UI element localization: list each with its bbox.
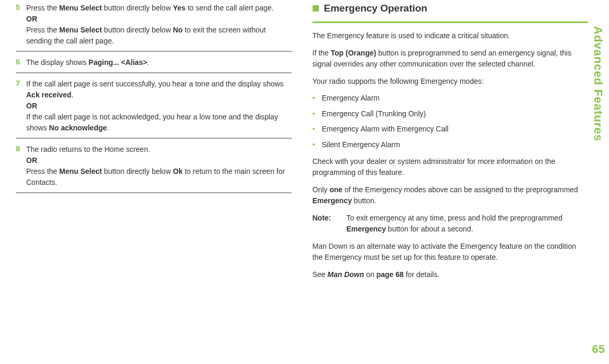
text: Press the <box>26 4 59 12</box>
bullet-dot-icon: • <box>313 93 322 104</box>
section-header: Emergency Operation <box>313 3 589 14</box>
text: See <box>313 270 328 279</box>
text: Press the <box>26 26 59 34</box>
bold-text: Menu Select <box>59 167 102 175</box>
text: for details. <box>404 270 439 279</box>
bullet-text: Emergency Call (Trunking Only) <box>322 109 426 119</box>
text: button for about a second. <box>386 225 473 233</box>
bullet-item: • Emergency Alarm with Emergency Call <box>313 124 589 135</box>
bullet-dot-icon: • <box>313 109 322 119</box>
step-text: If the call alert page is sent successfu… <box>26 79 292 134</box>
text: button directly below <box>102 26 173 34</box>
text: of the Emergency modes above can be assi… <box>342 185 578 194</box>
step-number: 8 <box>16 144 26 188</box>
paragraph: See Man Down on page 68 for details. <box>313 269 589 280</box>
right-column: Emergency Operation The Emergency featur… <box>313 3 589 286</box>
text: button. <box>352 196 377 205</box>
step-6: 6 The display shows Paging... <Alias>. <box>16 57 292 73</box>
text: . <box>147 58 149 67</box>
note-block: Note: To exit emergency at any time, pre… <box>313 213 589 235</box>
text: If the call alert page is sent successfu… <box>26 80 284 88</box>
step-text: Press the Menu Select button directly be… <box>26 3 292 47</box>
or-text: OR <box>26 15 37 23</box>
bold-text: Top (Orange) <box>331 49 377 57</box>
display-text: Paging... <Alias> <box>88 58 147 67</box>
display-text: Ack received <box>26 91 71 99</box>
or-text: OR <box>26 102 37 110</box>
bold-text: Emergency <box>313 196 352 205</box>
text: on <box>364 270 376 279</box>
display-text: No acknowledge <box>49 124 107 132</box>
bold-text: one <box>329 185 342 194</box>
step-7: 7 If the call alert page is sent success… <box>16 79 292 139</box>
bullet-dot-icon: • <box>313 124 322 135</box>
step-8: 8 The radio returns to the Home screen. … <box>16 144 292 193</box>
bold-italic-text: Man Down <box>327 270 364 279</box>
note-text: To exit emergency at any time, press and… <box>347 213 589 235</box>
text: Only <box>313 185 330 194</box>
text: . <box>107 124 109 132</box>
side-label: Advanced Features <box>591 26 605 141</box>
display-text: Ok <box>173 167 183 175</box>
bullet-item: • Emergency Call (Trunking Only) <box>313 109 589 119</box>
or-text: OR <box>26 156 37 164</box>
bold-text: Menu Select <box>59 4 102 12</box>
text: To exit emergency at any time, press and… <box>347 214 562 222</box>
text: If the <box>313 49 331 57</box>
paragraph: If the Top (Orange) button is preprogram… <box>313 48 589 70</box>
display-text: No <box>173 26 183 34</box>
text: . <box>71 91 73 99</box>
text: The radio returns to the Home screen. <box>26 145 150 153</box>
page-number: 65 <box>592 343 605 356</box>
bullet-text: Emergency Alarm <box>322 93 380 104</box>
bold-text: Menu Select <box>59 26 102 34</box>
paragraph: Man Down is an alternate way to activate… <box>313 241 589 263</box>
paragraph: Your radio supports the following Emerge… <box>313 76 589 87</box>
text: to send the call alert page. <box>185 4 273 12</box>
note-label: Note: <box>313 213 347 235</box>
bullet-item: • Emergency Alarm <box>313 93 589 104</box>
section-square-icon <box>313 5 319 12</box>
text: button directly below <box>102 167 173 175</box>
display-text: Yes <box>173 4 185 12</box>
section-title: Emergency Operation <box>324 3 427 14</box>
step-number: 6 <box>16 57 26 68</box>
bullet-dot-icon: • <box>313 140 322 150</box>
step-number: 7 <box>16 79 26 134</box>
step-number: 5 <box>16 3 26 47</box>
section-divider <box>313 21 589 23</box>
bullet-item: • Silent Emergency Alarm <box>313 140 589 150</box>
bold-text: Emergency <box>347 225 386 233</box>
step-5: 5 Press the Menu Select button directly … <box>16 3 292 52</box>
text: The display shows <box>26 58 88 67</box>
bold-text: page 68 <box>377 270 404 279</box>
text: button directly below <box>102 4 173 12</box>
paragraph: The Emergency feature is used to indicat… <box>313 30 589 41</box>
paragraph: Check with your dealer or system adminis… <box>313 156 589 178</box>
step-text: The radio returns to the Home screen. OR… <box>26 144 292 188</box>
bullet-text: Emergency Alarm with Emergency Call <box>322 124 449 135</box>
step-text: The display shows Paging... <Alias>. <box>26 57 292 68</box>
bullet-text: Silent Emergency Alarm <box>322 140 400 150</box>
bullet-list: • Emergency Alarm • Emergency Call (Trun… <box>313 93 589 150</box>
text: Press the <box>26 167 59 175</box>
left-column: 5 Press the Menu Select button directly … <box>16 3 292 286</box>
paragraph: Only one of the Emergency modes above ca… <box>313 184 589 206</box>
